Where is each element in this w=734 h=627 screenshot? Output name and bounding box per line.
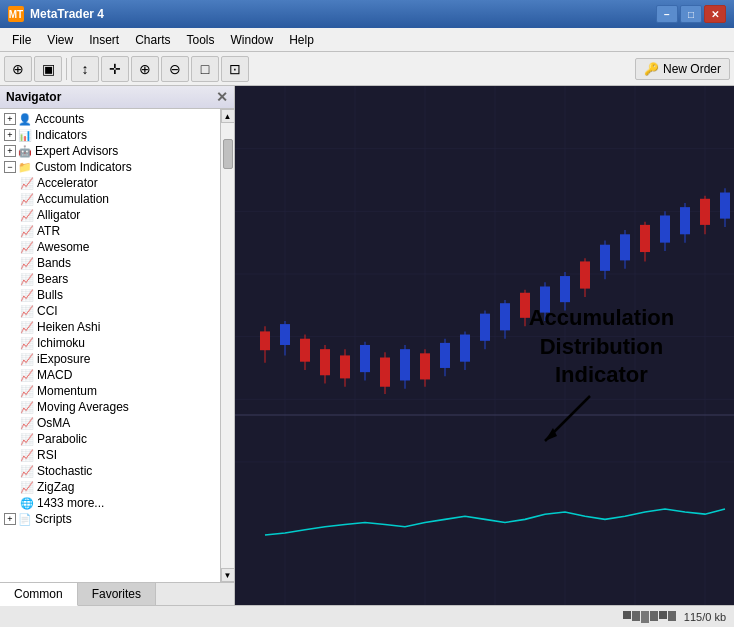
- toolbar-new-btn[interactable]: ⊕: [4, 56, 32, 82]
- osma-icon: 📈: [20, 416, 34, 430]
- menu-charts[interactable]: Charts: [127, 31, 178, 49]
- tree-item-zigzag[interactable]: 📈 ZigZag: [16, 479, 220, 495]
- toolbar-period-btn[interactable]: ⊡: [221, 56, 249, 82]
- menu-view[interactable]: View: [39, 31, 81, 49]
- tree-item-bands[interactable]: 📈 Bands: [16, 255, 220, 271]
- minimize-button[interactable]: −: [656, 5, 678, 23]
- ea-label: Expert Advisors: [35, 144, 118, 158]
- svg-rect-36: [460, 335, 470, 362]
- svg-rect-42: [520, 293, 530, 318]
- ichimoku-icon: 📈: [20, 336, 34, 350]
- bulls-icon: 📈: [20, 288, 34, 302]
- iexposure-icon: 📈: [20, 352, 34, 366]
- bands-icon: 📈: [20, 256, 34, 270]
- stochastic-label: Stochastic: [37, 464, 92, 478]
- toolbar-chart-btn[interactable]: □: [191, 56, 219, 82]
- svg-rect-16: [260, 331, 270, 350]
- close-button[interactable]: ✕: [704, 5, 726, 23]
- tree-item-bears[interactable]: 📈 Bears: [16, 271, 220, 287]
- tree-item-cci[interactable]: 📈 CCI: [16, 303, 220, 319]
- parabolic-label: Parabolic: [37, 432, 87, 446]
- expand-accounts[interactable]: +: [4, 113, 16, 125]
- zigzag-label: ZigZag: [37, 480, 74, 494]
- tree-item-atr[interactable]: 📈 ATR: [16, 223, 220, 239]
- stochastic-icon: 📈: [20, 464, 34, 478]
- navigator-close-button[interactable]: ✕: [216, 89, 228, 105]
- scroll-thumb[interactable]: [223, 139, 233, 169]
- new-order-button[interactable]: 🔑 New Order: [635, 58, 730, 80]
- status-indicator: [623, 611, 676, 623]
- scroll-up-button[interactable]: ▲: [221, 109, 235, 123]
- menu-window[interactable]: Window: [223, 31, 282, 49]
- tree-item-ichimoku[interactable]: 📈 Ichimoku: [16, 335, 220, 351]
- macd-icon: 📈: [20, 368, 34, 382]
- accelerator-icon: 📈: [20, 176, 34, 190]
- more-label: 1433 more...: [37, 496, 104, 510]
- toolbar-move-btn[interactable]: ✛: [101, 56, 129, 82]
- tree-item-expert-advisors[interactable]: + 🤖 Expert Advisors: [0, 143, 220, 159]
- menu-bar: File View Insert Charts Tools Window Hel…: [0, 28, 734, 52]
- tree-item-macd[interactable]: 📈 MACD: [16, 367, 220, 383]
- accumulation-label: Accumulation: [37, 192, 109, 206]
- tree-item-rsi[interactable]: 📈 RSI: [16, 447, 220, 463]
- toolbar-crosshair-btn[interactable]: ↕: [71, 56, 99, 82]
- tree-item-alligator[interactable]: 📈 Alligator: [16, 207, 220, 223]
- awesome-icon: 📈: [20, 240, 34, 254]
- nav-tree: + 👤 Accounts + 📊 Indicators + 🤖 Expert A…: [0, 109, 234, 582]
- new-order-label: New Order: [663, 62, 721, 76]
- maximize-button[interactable]: □: [680, 5, 702, 23]
- svg-rect-56: [660, 215, 670, 242]
- bulls-label: Bulls: [37, 288, 63, 302]
- svg-rect-28: [380, 358, 390, 387]
- tree-item-moving-averages[interactable]: 📈 Moving Averages: [16, 399, 220, 415]
- tree-item-accounts[interactable]: + 👤 Accounts: [0, 111, 220, 127]
- status-bar-seg5: [659, 611, 667, 619]
- scroll-down-button[interactable]: ▼: [221, 568, 235, 582]
- menu-tools[interactable]: Tools: [179, 31, 223, 49]
- nav-tabs: Common Favorites: [0, 582, 234, 605]
- toolbar-zoom-in-btn[interactable]: ⊕: [131, 56, 159, 82]
- tree-item-custom-indicators[interactable]: − 📁 Custom Indicators: [0, 159, 220, 175]
- tree-item-accelerator[interactable]: 📈 Accelerator: [16, 175, 220, 191]
- tree-item-awesome[interactable]: 📈 Awesome: [16, 239, 220, 255]
- tree-item-indicators[interactable]: + 📊 Indicators: [0, 127, 220, 143]
- indicators-icon: 📊: [18, 128, 32, 142]
- tree-item-more[interactable]: 🌐 1433 more...: [16, 495, 220, 511]
- tree-item-scripts[interactable]: + 📄 Scripts: [0, 511, 220, 527]
- menu-help[interactable]: Help: [281, 31, 322, 49]
- tree-item-heiken-ashi[interactable]: 📈 Heiken Ashi: [16, 319, 220, 335]
- toolbar-open-btn[interactable]: ▣: [34, 56, 62, 82]
- app-title: MetaTrader 4: [30, 7, 104, 21]
- expand-custom[interactable]: −: [4, 161, 16, 173]
- cci-icon: 📈: [20, 304, 34, 318]
- svg-rect-22: [320, 349, 330, 375]
- expand-indicators[interactable]: +: [4, 129, 16, 141]
- tab-favorites[interactable]: Favorites: [78, 583, 156, 605]
- app-icon: MT: [8, 6, 24, 22]
- toolbar-zoom-out-btn[interactable]: ⊖: [161, 56, 189, 82]
- bears-icon: 📈: [20, 272, 34, 286]
- window-controls: − □ ✕: [656, 5, 726, 23]
- scripts-icon: 📄: [18, 512, 32, 526]
- expand-scripts[interactable]: +: [4, 513, 16, 525]
- svg-rect-52: [620, 234, 630, 260]
- tree-item-osma[interactable]: 📈 OsMA: [16, 415, 220, 431]
- tree-item-iexposure[interactable]: 📈 iExposure: [16, 351, 220, 367]
- accumulation-icon: 📈: [20, 192, 34, 206]
- alligator-icon: 📈: [20, 208, 34, 222]
- tree-item-stochastic[interactable]: 📈 Stochastic: [16, 463, 220, 479]
- menu-file[interactable]: File: [4, 31, 39, 49]
- tab-common[interactable]: Common: [0, 583, 78, 606]
- tree-item-parabolic[interactable]: 📈 Parabolic: [16, 431, 220, 447]
- navigator-panel: Navigator ✕ + 👤 Accounts + 📊 Indicators: [0, 86, 235, 605]
- main-layout: Navigator ✕ + 👤 Accounts + 📊 Indicators: [0, 86, 734, 605]
- menu-insert[interactable]: Insert: [81, 31, 127, 49]
- atr-icon: 📈: [20, 224, 34, 238]
- tree-item-momentum[interactable]: 📈 Momentum: [16, 383, 220, 399]
- expand-ea[interactable]: +: [4, 145, 16, 157]
- toolbar-sep1: [66, 58, 67, 80]
- rsi-icon: 📈: [20, 448, 34, 462]
- nav-scrollbar[interactable]: ▲ ▼: [220, 109, 234, 582]
- tree-item-bulls[interactable]: 📈 Bulls: [16, 287, 220, 303]
- tree-item-accumulation[interactable]: 📈 Accumulation: [16, 191, 220, 207]
